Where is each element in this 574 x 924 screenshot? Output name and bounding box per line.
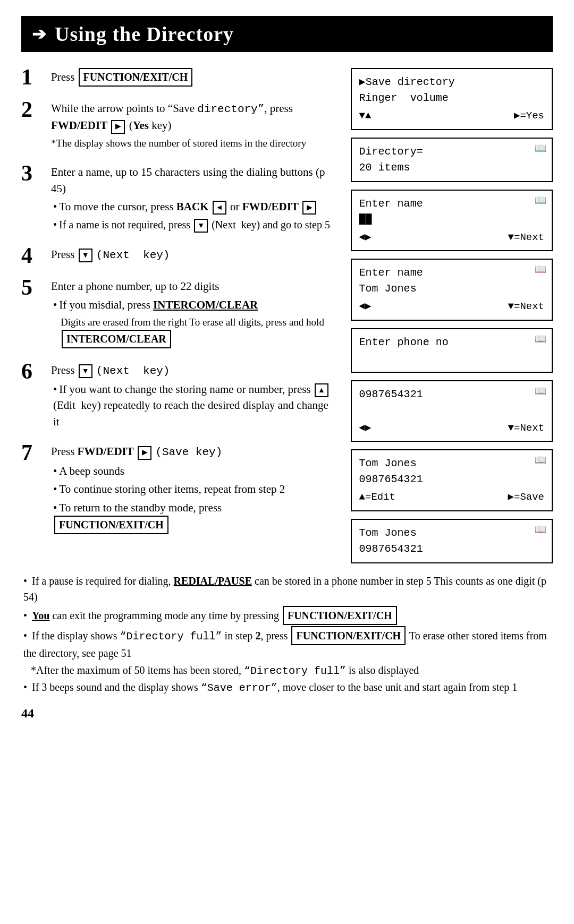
display-8-line2: 0987654321 — [359, 541, 544, 557]
arrow-icon: ➔ — [32, 24, 46, 44]
down-key-step6: ▼ — [79, 364, 92, 378]
step-5: 5 Enter a phone number, up to 22 digits … — [21, 278, 335, 350]
display-8-line1: Tom Jones — [359, 525, 544, 541]
footer-note-3: If the display shows “Directory full” in… — [23, 626, 553, 661]
display-7-line2: 0987654321 — [359, 472, 544, 487]
book-icon-4: 📖 — [535, 263, 546, 277]
step-7-content: Press FWD/EDIT ▶ (Save key) A beep sound… — [51, 443, 335, 536]
left-column: 1 Press FUNCTION/EXIT/CH 2 While the arr… — [21, 68, 335, 563]
display-5-line2 — [359, 350, 544, 366]
display-5-line1: Enter phone no — [359, 335, 544, 350]
book-icon-6: 📖 — [535, 384, 546, 399]
display-4-line1: Enter name — [359, 265, 544, 281]
step-2: 2 While the arrow points to “Save direct… — [21, 100, 335, 152]
book-icon-3: 📖 — [535, 194, 546, 208]
step-num-1: 1 — [21, 66, 44, 88]
step1-press: Press — [51, 71, 74, 83]
back-key: ◄ — [213, 201, 226, 215]
fwd-edit-key-step2: ▶ — [111, 120, 125, 134]
display-4-nav-left: ◄▶ — [359, 299, 372, 314]
display-8: 📖 Tom Jones 0987654321 — [351, 519, 553, 563]
display-2-line2: 20 items — [359, 160, 544, 176]
display-1-line1: ▶Save directory — [359, 74, 544, 90]
step-7: 7 Press FWD/EDIT ▶ (Save key) A beep sou… — [21, 443, 335, 536]
book-icon-5: 📖 — [535, 332, 546, 347]
step-4-content: Press ▼ (Next key) — [51, 246, 335, 266]
down-key-step3: ▼ — [194, 219, 208, 233]
step-1: 1 Press FUNCTION/EXIT/CH — [21, 68, 335, 89]
display-7-line1: Tom Jones — [359, 456, 544, 472]
display-7: 📖 Tom Jones 0987654321 ▲=Edit ▶=Save — [351, 449, 553, 511]
down-key-step4: ▼ — [79, 249, 92, 262]
display-5: 📖 Enter phone no — [351, 328, 553, 373]
function-exit-footer: FUNCTION/EXIT/CH — [283, 606, 397, 625]
footer-note-2: You can exit the programming mode any ti… — [23, 606, 553, 625]
page-title: Using the Directory — [55, 22, 234, 46]
footer-note-5: If 3 beeps sound and the display shows “… — [23, 679, 553, 696]
fwdedit-key-step7: ▶ — [138, 446, 151, 460]
display-1-line2: Ringer volume — [359, 90, 544, 106]
step-1-content: Press FUNCTION/EXIT/CH — [51, 68, 335, 89]
display-6-line2 — [359, 403, 544, 418]
display-6-line1: 0987654321 — [359, 387, 544, 403]
step-3-content: Enter a name, up to 15 characters using … — [51, 164, 335, 235]
display-7-nav-right: ▶=Save — [508, 490, 544, 505]
footer-note-1: If a pause is required for dialing, REDI… — [23, 573, 553, 605]
function-exit-ch-key: FUNCTION/EXIT/CH — [79, 68, 193, 87]
step-6: 6 Press ▼ (Next key) If you want to chan… — [21, 362, 335, 432]
redial-pause-label: REDIAL/PAUSE — [174, 575, 252, 587]
step-6-content: Press ▼ (Next key) If you want to change… — [51, 362, 335, 432]
display-1-nav-left: ▼▲ — [359, 108, 372, 124]
book-icon-8: 📖 — [535, 523, 546, 537]
intercom-clear-label: INTERCOM/CLEAR — [153, 298, 258, 311]
step-num-5: 5 — [21, 276, 44, 298]
fwdedit-key: ▶ — [302, 201, 316, 215]
step-num-6: 6 — [21, 360, 44, 382]
display-2-line1: Directory= — [359, 144, 544, 160]
step-num-3: 3 — [21, 162, 44, 184]
step-3: 3 Enter a name, up to 15 characters usin… — [21, 164, 335, 235]
display-4: 📖 Enter name Tom Jones ◄▶ ▼=Next — [351, 259, 553, 321]
step-num-7: 7 — [21, 441, 44, 464]
main-content: 1 Press FUNCTION/EXIT/CH 2 While the arr… — [21, 68, 553, 563]
display-3-nav-left: ◄▶ — [359, 230, 372, 245]
step-5-content: Enter a phone number, up to 22 digits If… — [51, 278, 335, 350]
display-1: ▶Save directory Ringer volume ▼▲ ▶=Yes — [351, 68, 553, 130]
display-4-line2: Tom Jones — [359, 281, 544, 297]
display-3-line2: ██ — [359, 212, 544, 228]
display-6-nav-right: ▼=Next — [508, 421, 544, 436]
function-exit-footer2: FUNCTION/EXIT/CH — [291, 626, 406, 645]
display-3: 📖 Enter name ██ ◄▶ ▼=Next — [351, 190, 553, 252]
display-2: 📖 Directory= 20 items — [351, 138, 553, 182]
step-num-2: 2 — [21, 98, 44, 121]
footer-note-4: *After the maximum of 50 items has been … — [31, 662, 553, 679]
display-7-nav-left: ▲=Edit — [359, 490, 395, 505]
footer-notes: If a pause is required for dialing, REDI… — [21, 573, 553, 723]
step-2-content: While the arrow points to “Save director… — [51, 100, 335, 152]
step-num-4: 4 — [21, 244, 44, 267]
display-4-nav-right: ▼=Next — [508, 299, 544, 314]
book-icon-2: 📖 — [535, 142, 546, 156]
book-icon-7: 📖 — [535, 454, 546, 468]
display-1-nav-right: ▶=Yes — [514, 108, 544, 124]
step-4: 4 Press ▼ (Next key) — [21, 246, 335, 267]
intercom-clear-key: INTERCOM/CLEAR — [62, 330, 171, 348]
page-number: 44 — [21, 704, 553, 723]
display-6: 📖 0987654321 ◄▶ ▼=Next — [351, 380, 553, 442]
right-column: ▶Save directory Ringer volume ▼▲ ▶=Yes 📖… — [351, 68, 553, 563]
display-3-line1: Enter name — [359, 196, 544, 212]
up-key-step6: ▲ — [315, 383, 328, 397]
function-exit-ch-step7: FUNCTION/EXIT/CH — [54, 516, 168, 534]
display-6-nav-left: ◄▶ — [359, 421, 372, 436]
display-3-nav-right: ▼=Next — [508, 230, 544, 245]
page-title-bar: ➔ Using the Directory — [21, 16, 553, 52]
